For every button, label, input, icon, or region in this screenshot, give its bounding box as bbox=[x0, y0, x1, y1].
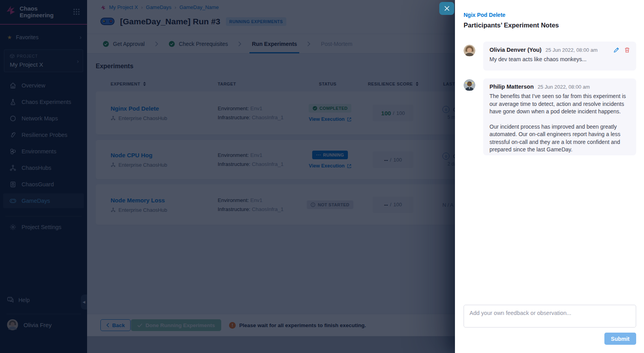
submit-feedback-button[interactable]: Submit bbox=[604, 333, 636, 345]
comment-timestamp: 25 Jun 2022, 08:00 am bbox=[546, 47, 598, 53]
comment-text: My dev team acts like chaos monkeys... bbox=[489, 56, 630, 64]
close-icon bbox=[444, 5, 450, 11]
comment-timestamp: 25 Jun 2022, 08:00 am bbox=[538, 84, 590, 90]
feedback-input[interactable] bbox=[464, 305, 636, 328]
modal-dim-overlay[interactable] bbox=[0, 0, 455, 353]
drawer-title: Participants’ Experiment Notes bbox=[464, 22, 559, 29]
drawer-experiment-link[interactable]: Ngix Pod Delete bbox=[464, 12, 506, 18]
comment-author: Philip Matterson bbox=[489, 84, 534, 90]
comment-author: Olivia Denver (You) bbox=[489, 47, 542, 53]
app-window: Chaos Engineering ★ Favorites › PROJECT … bbox=[0, 0, 644, 353]
edit-pencil-icon[interactable] bbox=[613, 47, 619, 53]
commenter-avatar bbox=[464, 79, 475, 91]
comment-card: Philip Matterson 25 Jun 2022, 08:00 am T… bbox=[483, 78, 636, 155]
delete-trash-icon[interactable] bbox=[624, 47, 630, 53]
comment-text: The benefits that I’ve seen so far from … bbox=[489, 93, 630, 154]
comment-card: Olivia Denver (You) 25 Jun 2022, 08:00 a… bbox=[483, 42, 636, 71]
experiment-notes-drawer: Ngix Pod Delete Participants’ Experiment… bbox=[455, 0, 644, 353]
close-drawer-button[interactable] bbox=[439, 2, 454, 15]
commenter-avatar bbox=[464, 45, 475, 56]
